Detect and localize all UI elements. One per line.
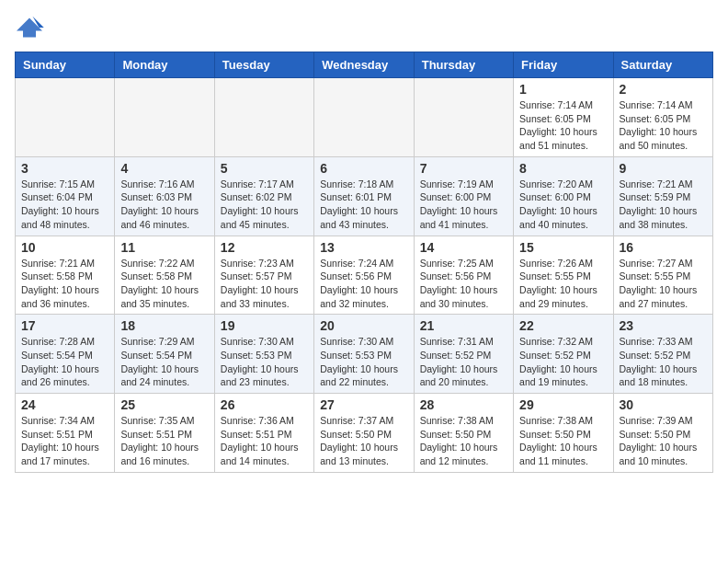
weekday-header: Thursday [414, 52, 513, 78]
day-info: Sunrise: 7:24 AMSunset: 5:56 PMDaylight:… [320, 257, 407, 311]
day-number: 15 [519, 240, 607, 255]
day-number: 7 [420, 161, 507, 176]
calendar-cell: 27Sunrise: 7:37 AMSunset: 5:50 PMDayligh… [314, 394, 414, 473]
day-number: 24 [21, 397, 108, 412]
calendar-cell: 24Sunrise: 7:34 AMSunset: 5:51 PMDayligh… [16, 394, 115, 473]
calendar-cell: 2Sunrise: 7:14 AMSunset: 6:05 PMDaylight… [613, 78, 712, 157]
calendar-cell: 9Sunrise: 7:21 AMSunset: 5:59 PMDaylight… [613, 156, 712, 236]
weekday-header: Wednesday [314, 52, 414, 78]
calendar-cell: 13Sunrise: 7:24 AMSunset: 5:56 PMDayligh… [314, 236, 414, 315]
calendar-cell: 20Sunrise: 7:30 AMSunset: 5:53 PMDayligh… [314, 315, 414, 394]
day-info: Sunrise: 7:27 AMSunset: 5:55 PMDaylight:… [620, 257, 707, 311]
day-number: 11 [120, 240, 208, 255]
day-number: 22 [519, 318, 607, 333]
calendar-week-row: 24Sunrise: 7:34 AMSunset: 5:51 PMDayligh… [16, 394, 713, 473]
day-number: 13 [320, 240, 407, 255]
day-info: Sunrise: 7:26 AMSunset: 5:55 PMDaylight:… [519, 257, 607, 311]
day-info: Sunrise: 7:22 AMSunset: 5:58 PMDaylight:… [120, 257, 208, 311]
calendar-week-row: 10Sunrise: 7:21 AMSunset: 5:58 PMDayligh… [16, 236, 713, 315]
day-number: 8 [519, 161, 607, 176]
day-info: Sunrise: 7:23 AMSunset: 5:57 PMDaylight:… [221, 257, 308, 311]
calendar-cell: 8Sunrise: 7:20 AMSunset: 6:00 PMDaylight… [514, 156, 613, 236]
calendar-cell: 28Sunrise: 7:38 AMSunset: 5:50 PMDayligh… [414, 394, 513, 473]
day-number: 23 [620, 318, 707, 333]
calendar-table: SundayMondayTuesdayWednesdayThursdayFrid… [15, 52, 713, 473]
calendar-cell: 14Sunrise: 7:25 AMSunset: 5:56 PMDayligh… [414, 236, 513, 315]
day-info: Sunrise: 7:35 AMSunset: 5:51 PMDaylight:… [120, 414, 208, 468]
logo-icon [15, 15, 44, 40]
day-number: 29 [519, 397, 607, 412]
day-number: 6 [320, 161, 407, 176]
calendar-cell: 16Sunrise: 7:27 AMSunset: 5:55 PMDayligh… [613, 236, 712, 315]
day-number: 18 [120, 318, 208, 333]
calendar-cell [16, 78, 115, 157]
day-info: Sunrise: 7:14 AMSunset: 6:05 PMDaylight:… [620, 98, 707, 153]
calendar-cell [214, 78, 313, 157]
day-number: 19 [221, 318, 308, 333]
day-info: Sunrise: 7:39 AMSunset: 5:50 PMDaylight:… [620, 414, 707, 468]
day-info: Sunrise: 7:20 AMSunset: 6:00 PMDaylight:… [519, 178, 607, 232]
day-number: 1 [519, 82, 607, 97]
calendar-cell: 21Sunrise: 7:31 AMSunset: 5:52 PMDayligh… [414, 315, 513, 394]
calendar-cell: 30Sunrise: 7:39 AMSunset: 5:50 PMDayligh… [613, 394, 712, 473]
calendar-cell: 19Sunrise: 7:30 AMSunset: 5:53 PMDayligh… [214, 315, 313, 394]
calendar-cell: 18Sunrise: 7:29 AMSunset: 5:54 PMDayligh… [115, 315, 214, 394]
calendar-cell: 1Sunrise: 7:14 AMSunset: 6:05 PMDaylight… [514, 78, 613, 157]
day-number: 3 [21, 161, 108, 176]
day-number: 28 [420, 397, 507, 412]
calendar-cell: 12Sunrise: 7:23 AMSunset: 5:57 PMDayligh… [214, 236, 313, 315]
calendar-cell: 6Sunrise: 7:18 AMSunset: 6:01 PMDaylight… [314, 156, 414, 236]
calendar-cell: 3Sunrise: 7:15 AMSunset: 6:04 PMDaylight… [16, 156, 115, 236]
day-number: 5 [221, 161, 308, 176]
day-info: Sunrise: 7:38 AMSunset: 5:50 PMDaylight:… [519, 414, 607, 468]
day-info: Sunrise: 7:28 AMSunset: 5:54 PMDaylight:… [21, 335, 108, 389]
day-number: 25 [120, 397, 208, 412]
day-info: Sunrise: 7:18 AMSunset: 6:01 PMDaylight:… [320, 178, 407, 232]
calendar-cell: 22Sunrise: 7:32 AMSunset: 5:52 PMDayligh… [514, 315, 613, 394]
calendar-cell: 17Sunrise: 7:28 AMSunset: 5:54 PMDayligh… [16, 315, 115, 394]
weekday-header: Monday [115, 52, 214, 78]
day-number: 2 [620, 82, 707, 97]
day-number: 20 [320, 318, 407, 333]
day-info: Sunrise: 7:19 AMSunset: 6:00 PMDaylight:… [420, 178, 507, 232]
day-info: Sunrise: 7:17 AMSunset: 6:02 PMDaylight:… [221, 178, 308, 232]
weekday-header: Friday [514, 52, 613, 78]
day-number: 21 [420, 318, 507, 333]
day-number: 14 [420, 240, 507, 255]
logo [15, 15, 48, 40]
day-info: Sunrise: 7:34 AMSunset: 5:51 PMDaylight:… [21, 414, 108, 468]
weekday-header: Saturday [613, 52, 712, 78]
day-info: Sunrise: 7:15 AMSunset: 6:04 PMDaylight:… [21, 178, 108, 232]
day-info: Sunrise: 7:30 AMSunset: 5:53 PMDaylight:… [221, 335, 308, 389]
day-info: Sunrise: 7:21 AMSunset: 5:58 PMDaylight:… [21, 257, 108, 311]
day-number: 12 [221, 240, 308, 255]
calendar-cell: 26Sunrise: 7:36 AMSunset: 5:51 PMDayligh… [214, 394, 313, 473]
calendar-week-row: 17Sunrise: 7:28 AMSunset: 5:54 PMDayligh… [16, 315, 713, 394]
day-number: 10 [21, 240, 108, 255]
calendar-cell: 25Sunrise: 7:35 AMSunset: 5:51 PMDayligh… [115, 394, 214, 473]
weekday-header: Tuesday [214, 52, 313, 78]
page-header [15, 15, 713, 40]
day-info: Sunrise: 7:33 AMSunset: 5:52 PMDaylight:… [620, 335, 707, 389]
calendar-cell [414, 78, 513, 157]
day-number: 27 [320, 397, 407, 412]
calendar-cell [314, 78, 414, 157]
day-number: 4 [120, 161, 208, 176]
day-info: Sunrise: 7:38 AMSunset: 5:50 PMDaylight:… [420, 414, 507, 468]
day-number: 30 [620, 397, 707, 412]
calendar-cell: 10Sunrise: 7:21 AMSunset: 5:58 PMDayligh… [16, 236, 115, 315]
day-info: Sunrise: 7:14 AMSunset: 6:05 PMDaylight:… [519, 98, 607, 153]
day-info: Sunrise: 7:21 AMSunset: 5:59 PMDaylight:… [620, 178, 707, 232]
day-info: Sunrise: 7:32 AMSunset: 5:52 PMDaylight:… [519, 335, 607, 389]
day-info: Sunrise: 7:37 AMSunset: 5:50 PMDaylight:… [320, 414, 407, 468]
day-number: 9 [620, 161, 707, 176]
day-info: Sunrise: 7:31 AMSunset: 5:52 PMDaylight:… [420, 335, 507, 389]
day-info: Sunrise: 7:30 AMSunset: 5:53 PMDaylight:… [320, 335, 407, 389]
calendar-week-row: 1Sunrise: 7:14 AMSunset: 6:05 PMDaylight… [16, 78, 713, 157]
calendar-cell: 7Sunrise: 7:19 AMSunset: 6:00 PMDaylight… [414, 156, 513, 236]
calendar-cell: 11Sunrise: 7:22 AMSunset: 5:58 PMDayligh… [115, 236, 214, 315]
weekday-header: Sunday [16, 52, 115, 78]
day-number: 16 [620, 240, 707, 255]
day-number: 17 [21, 318, 108, 333]
calendar-cell: 15Sunrise: 7:26 AMSunset: 5:55 PMDayligh… [514, 236, 613, 315]
